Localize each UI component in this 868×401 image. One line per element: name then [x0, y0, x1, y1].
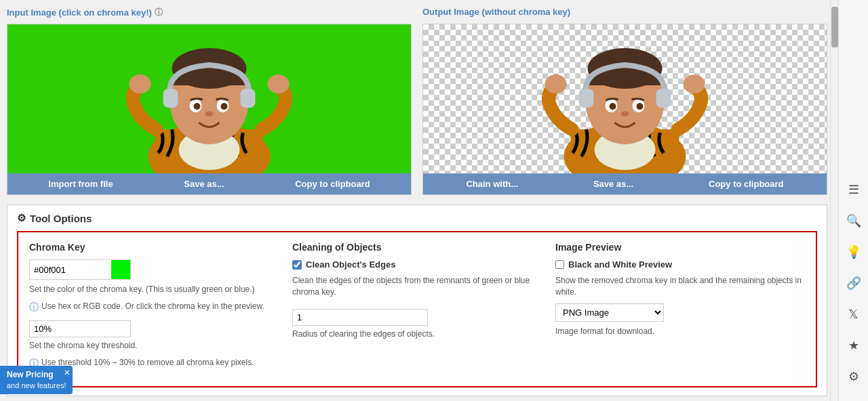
- chroma-key-title: Chroma Key: [29, 242, 279, 253]
- svg-rect-24: [656, 89, 671, 108]
- new-pricing-badge[interactable]: ✕ New Pricing and new features!: [0, 366, 73, 394]
- svg-point-28: [637, 103, 644, 110]
- radius-hint: Radius of clearing the edges of objects.: [292, 329, 542, 340]
- cleaning-title: Cleaning of Objects: [292, 242, 542, 253]
- tool-options-section: ⚙ Tool Options Chroma Key Set the color …: [7, 205, 827, 396]
- input-image-area[interactable]: [7, 24, 411, 173]
- cleaning-description: Clean the edges of the objects from the …: [292, 275, 542, 298]
- svg-point-14: [130, 75, 151, 93]
- svg-point-13: [205, 111, 214, 117]
- info-icon-1: ⓘ: [29, 301, 39, 314]
- input-copy-to-clipboard-button[interactable]: Copy to clipboard: [291, 177, 374, 190]
- pricing-subtitle: and new features!: [7, 381, 66, 390]
- input-image-panel: Import from file Save as... Copy to clip…: [7, 24, 412, 195]
- color-info-text: Use hex or RGB code. Or click the chroma…: [41, 301, 264, 312]
- format-select[interactable]: PNG Image JPEG Image WebP Image: [555, 303, 664, 322]
- chroma-key-column: Chroma Key Set the color of the chroma k…: [29, 242, 292, 377]
- scrollbar-thumb[interactable]: [831, 7, 838, 47]
- radius-input[interactable]: [292, 309, 428, 326]
- threshold-info-text: Use threshold 10% – 30% to remove all ch…: [41, 357, 254, 368]
- bw-description: Show the removed chroma key in black and…: [555, 275, 805, 298]
- output-save-as-button[interactable]: Save as...: [589, 177, 637, 190]
- bw-preview-checkbox[interactable]: [555, 260, 564, 269]
- svg-point-15: [268, 75, 290, 93]
- threshold-input[interactable]: [29, 320, 131, 337]
- badge-close-button[interactable]: ✕: [64, 368, 70, 377]
- color-info-row: ⓘ Use hex or RGB code. Or click the chro…: [29, 301, 279, 314]
- twitter-icon[interactable]: 𝕏: [843, 303, 865, 325]
- color-hex-input[interactable]: [30, 262, 111, 278]
- zoom-icon[interactable]: 🔍: [843, 210, 865, 232]
- clean-edges-label[interactable]: Clean Object's Edges: [306, 259, 395, 270]
- star-icon[interactable]: ★: [843, 335, 865, 356]
- input-panel-label: Input Image (click on chroma key!) ⓘ: [7, 7, 412, 18]
- output-image-area[interactable]: [423, 24, 827, 173]
- svg-rect-7: [163, 89, 178, 108]
- output-panel-toolbar: Chain with... Save as... Copy to clipboa…: [423, 173, 827, 194]
- clean-edges-row: Clean Object's Edges: [292, 259, 542, 270]
- input-save-as-button[interactable]: Save as...: [180, 177, 228, 190]
- import-from-file-button[interactable]: Import from file: [44, 177, 117, 190]
- image-preview-title: Image Preview: [555, 242, 805, 253]
- svg-point-12: [221, 103, 228, 110]
- tool-options-body: Chroma Key Set the color of the chroma k…: [17, 231, 817, 387]
- link-icon[interactable]: 🔗: [843, 272, 865, 294]
- svg-point-31: [684, 75, 705, 93]
- color-input-row: [29, 259, 131, 280]
- bw-checkbox-row: Black and White Preview: [555, 259, 805, 270]
- svg-rect-8: [241, 89, 256, 108]
- right-sidebar: ☰ 🔍 💡 🔗 𝕏 ★ ⚙: [838, 0, 868, 401]
- clean-edges-checkbox[interactable]: [292, 260, 302, 270]
- svg-rect-23: [579, 89, 594, 108]
- input-panel-toolbar: Import from file Save as... Copy to clip…: [7, 173, 411, 194]
- color-swatch[interactable]: [111, 260, 130, 279]
- gear-icon[interactable]: ⚙: [843, 366, 865, 387]
- output-panel-label: Output Image (without chroma key): [422, 7, 827, 17]
- tool-options-header: ⚙ Tool Options: [17, 212, 817, 224]
- bw-preview-label[interactable]: Black and White Preview: [568, 259, 672, 270]
- list-icon[interactable]: ☰: [843, 179, 865, 200]
- output-copy-to-clipboard-button[interactable]: Copy to clipboard: [705, 177, 788, 190]
- bulb-icon[interactable]: 💡: [843, 241, 865, 263]
- cleaning-column: Cleaning of Objects Clean Object's Edges…: [292, 242, 555, 377]
- chain-with-button[interactable]: Chain with...: [462, 177, 522, 190]
- output-image-panel: Chain with... Save as... Copy to clipboa…: [422, 24, 827, 195]
- color-hint: Set the color of the chroma key. (This i…: [29, 284, 279, 295]
- svg-point-29: [621, 111, 629, 117]
- format-hint: Image format for download.: [555, 326, 805, 337]
- question-icon[interactable]: ⓘ: [155, 7, 163, 18]
- gear-wrench-icon: ⚙: [17, 212, 26, 224]
- svg-point-30: [545, 75, 567, 93]
- svg-point-27: [610, 103, 616, 110]
- scrollbar[interactable]: [830, 0, 838, 401]
- image-preview-column: Image Preview Black and White Preview Sh…: [555, 242, 805, 377]
- threshold-hint: Set the chroma key threshold.: [29, 340, 279, 352]
- svg-point-11: [194, 103, 201, 110]
- pricing-title: New Pricing: [7, 370, 66, 381]
